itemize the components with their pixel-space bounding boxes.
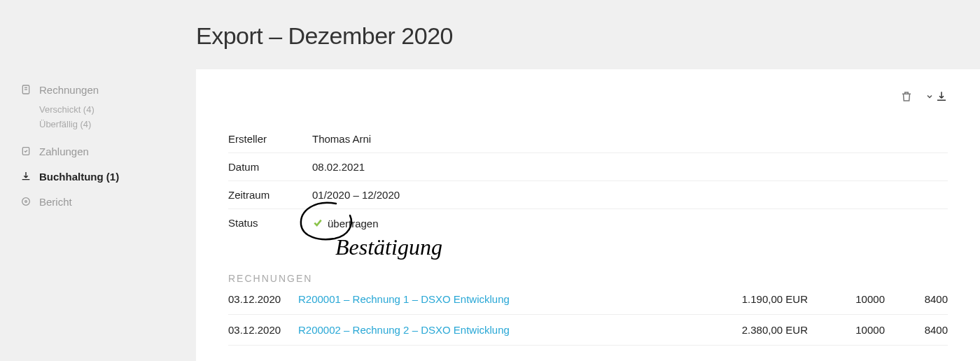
invoice-acc1: 10000: [808, 293, 885, 305]
export-card: Ersteller Thomas Arni Datum 08.02.2021 Z…: [196, 69, 980, 361]
status-text: übertragen: [328, 218, 379, 229]
meta-row-date: Datum 08.02.2021: [228, 153, 948, 181]
meta-label: Datum: [228, 161, 312, 173]
meta-value: Thomas Arni: [312, 133, 371, 145]
meta-row-period: Zeitraum 01/2020 – 12/2020: [228, 181, 948, 209]
sidebar-item-zahlungen[interactable]: Zahlungen: [20, 139, 161, 164]
invoice-date: 03.12.2020: [228, 324, 298, 336]
invoices-heading: RECHNUNGEN: [228, 273, 948, 284]
sidebar-sub-ueberfaellig[interactable]: Überfällig (4): [20, 117, 161, 132]
target-icon: [20, 195, 32, 208]
invoice-row: 03.12.2020 R200001 – Rechnung 1 – DSXO E…: [228, 284, 948, 315]
sidebar-item-buchhaltung[interactable]: Buchhaltung (1): [20, 164, 161, 189]
invoice-row: 03.12.2020 R200002 – Rechnung 2 – DSXO E…: [228, 315, 948, 346]
meta-label: Ersteller: [228, 133, 312, 145]
chevron-down-icon: [925, 92, 934, 101]
meta-table: Ersteller Thomas Arni Datum 08.02.2021 Z…: [228, 125, 948, 238]
sidebar-item-label: Bericht: [39, 196, 72, 208]
sidebar-sub-verschickt[interactable]: Verschickt (4): [20, 102, 161, 117]
sidebar-item-label: Rechnungen: [39, 84, 99, 96]
svg-point-5: [25, 201, 27, 203]
invoice-link[interactable]: R200002 – Rechnung 2 – DSXO Entwicklung: [298, 324, 703, 336]
page-title: Export – Dezember 2020: [196, 0, 980, 69]
delete-button[interactable]: [900, 90, 913, 103]
meta-label: Zeitraum: [228, 189, 312, 201]
download-toggle-button[interactable]: [925, 90, 948, 103]
sidebar-item-label: Buchhaltung (1): [39, 171, 119, 183]
sidebar-item-rechnungen[interactable]: Rechnungen: [20, 77, 161, 102]
invoice-date: 03.12.2020: [228, 293, 298, 305]
sidebar-sub-label: Verschickt (4): [39, 104, 94, 115]
invoice-acc1: 10000: [808, 324, 885, 336]
invoice-amount: 2.380,00 EUR: [703, 324, 808, 336]
download-icon: [20, 170, 32, 183]
meta-label: Status: [228, 217, 312, 230]
meta-row-status: Status übertragen: [228, 209, 948, 238]
meta-value: 01/2020 – 12/2020: [312, 189, 400, 201]
svg-point-4: [22, 198, 30, 206]
invoice-acc2: 8400: [885, 293, 948, 305]
download-icon: [935, 90, 948, 103]
sidebar-sub-label: Überfällig (4): [39, 119, 91, 129]
sidebar-item-bericht[interactable]: Bericht: [20, 189, 161, 214]
sidebar-item-label: Zahlungen: [39, 146, 89, 157]
meta-value: 08.02.2021: [312, 161, 365, 173]
meta-row-creator: Ersteller Thomas Arni: [228, 125, 948, 153]
document-icon: [20, 83, 32, 96]
invoice-amount: 1.190,00 EUR: [703, 293, 808, 305]
meta-value: übertragen: [312, 217, 379, 230]
checklist-icon: [20, 145, 32, 157]
invoice-link[interactable]: R200001 – Rechnung 1 – DSXO Entwicklung: [298, 293, 703, 305]
invoice-acc2: 8400: [885, 324, 948, 336]
check-icon: [312, 217, 323, 230]
